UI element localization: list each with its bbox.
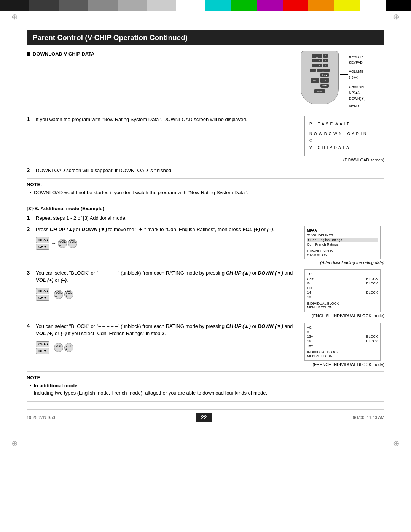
note2-bullet: • In additional mode Including two types… — [27, 382, 384, 397]
section2-step4-left: 4 You can select "BLOCK" or "– – – – –" … — [27, 323, 298, 356]
arrow-step2: → — [51, 240, 56, 246]
remote-vol-btn: VOL — [311, 78, 319, 83]
remote-chv-btn: CH▼ — [320, 84, 329, 88]
section2-step3-left: 3 You can select "BLOCK" or "– – – – –" … — [27, 269, 298, 303]
remote-num-row-3: 7 8 9 — [312, 64, 328, 67]
reg-mark-left-bottom: ⊕ — [11, 439, 18, 448]
label-line-2 — [340, 74, 348, 75]
vol-buttons-step3: VOL– VOL+ — [54, 290, 73, 299]
french-block-footer: INDIVIDUAL BLOCK — [307, 350, 378, 354]
french-row-16: 16+BLOCK — [307, 339, 378, 343]
remote-num-row-2: 4 5 6 — [312, 59, 328, 62]
remote-small-step4: CHA▲ CH▼ VOL– VOL+ — [36, 341, 298, 354]
block-row-c8: C8+BLOCK — [307, 276, 378, 281]
french-row-g: +G—— — [307, 325, 378, 330]
remote-label-channel: CHANNELUP(▲)/DOWN(▼) — [340, 84, 365, 102]
section2-step3: 3 You can select "BLOCK" or "– – – – –" … — [27, 269, 298, 284]
english-block-box: +C C8+BLOCK GBLOCK PG 14+BLOCK 18+ INDIV… — [304, 269, 381, 312]
ch-buttons-step4: CHA▲ CH▼ — [36, 341, 49, 354]
reg-mark-right-bottom: ⊕ — [393, 439, 400, 448]
footer-page-number-box: 22 — [196, 413, 212, 422]
remote-btn-6: 6 — [323, 59, 328, 62]
vol-plus-step3: VOL+ — [64, 290, 73, 299]
remote-btn-9: 9 — [323, 64, 328, 67]
remote-btn-5: 5 — [317, 59, 322, 62]
section-divider-1 — [27, 178, 384, 179]
remote-big-row: VOL CHA▲ VOL CH▼ — [311, 73, 329, 88]
section-bullet-icon — [27, 52, 30, 56]
footer-timestamp: 6/1/00, 11:43 AM — [353, 415, 384, 420]
chv-btn-step2: CH▼ — [36, 244, 49, 250]
block-row-14: 14+BLOCK — [307, 290, 378, 295]
block-row-g: GBLOCK — [307, 281, 378, 286]
remote-menu-btn: MENU — [314, 89, 325, 93]
remote-btn-playback1 — [310, 69, 316, 72]
color-block-black2 — [386, 0, 411, 11]
french-row-8: 8+—— — [307, 330, 378, 334]
page-content: Parent Control (V-CHIP Operation Continu… — [0, 23, 411, 437]
section-divider-3 — [27, 371, 384, 372]
section2-step2: 2 Press CH UP (▲) or DOWN (▼) to move th… — [27, 226, 298, 233]
color-block-yellow — [334, 0, 360, 11]
remote-num-row-1: 1 2 3 — [312, 54, 328, 58]
step1-section: 1 If you watch the program with "New Rat… — [27, 116, 384, 162]
section-download-right: 1 2 3 4 5 6 7 8 9 — [301, 51, 384, 110]
rating-item-tv: TV GUIDELINES — [307, 233, 378, 238]
reg-mark-left-top: ⊕ — [11, 12, 18, 21]
ch-buttons-step3: CHA▲ CH▼ — [36, 288, 49, 301]
color-block-4 — [88, 0, 117, 11]
remote-btn-7: 7 — [312, 64, 317, 67]
remote-cha-btn: CHA▲ — [320, 73, 329, 77]
english-block-footer: INDIVIDUAL BLOCK — [307, 302, 378, 305]
bottom-registration: ⊕ ⊕ — [0, 437, 411, 449]
top-bar-left — [0, 0, 206, 11]
section-header-download: DOWNLOAD V-CHIP DATA — [27, 51, 293, 57]
section-download: DOWNLOAD V-CHIP DATA 1 2 3 4 5 6 — [27, 51, 384, 110]
rating-status: DOWNLOAD:ON STATUS :ON — [307, 249, 378, 257]
color-block-7 — [176, 0, 206, 11]
remote-playback-row — [310, 69, 330, 72]
block-row-pg: PG — [307, 286, 378, 290]
step1-right: P L E A S E W A I T N O W D O W N L O A … — [304, 116, 384, 162]
color-block-red — [283, 0, 309, 11]
color-block-2 — [29, 0, 59, 11]
color-block-orange — [308, 0, 334, 11]
remote-btn-8: 8 — [317, 64, 322, 67]
section2-step4-right: +G—— 8+—— 13+BLOCK 16+BLOCK 18+—— INDIVI… — [304, 323, 384, 367]
french-row-13: 13+BLOCK — [307, 334, 378, 339]
step1: 1 If you watch the program with "New Rat… — [27, 116, 298, 123]
remote-label-list: REMOTEKEYPAD VOLUME(+)/(–) CHANNELUP(▲)/… — [340, 54, 365, 110]
reg-mark-right-top: ⊕ — [393, 12, 400, 21]
cha-btn-step4: CHA▲ — [36, 341, 49, 347]
french-row-18: 18+—— — [307, 343, 378, 348]
vol-buttons-step2: VOL– VOL+ — [58, 239, 77, 248]
section2-step2-right: MPAA TV GUIDELINES ✦Cdn. English Ratings… — [304, 226, 384, 265]
color-block-3 — [59, 0, 88, 11]
section2-step3-row: 3 You can select "BLOCK" or "– – – – –" … — [27, 269, 384, 318]
block-row-c: +C — [307, 272, 378, 276]
color-block-white — [360, 0, 386, 11]
rating-item-cdn-fr: Cdn. French Ratings — [307, 242, 378, 247]
cha-btn-step3: CHA▲ — [36, 288, 49, 294]
page-title: Parent Control (V-CHIP Operation Continu… — [27, 30, 384, 45]
note1-section: NOTE: • DOWNLOAD would not be started if… — [27, 182, 384, 197]
remote-small-step2: CHA▲ CH▼ → VOL– VOL+ — [36, 237, 298, 250]
remote-btn-playback2 — [317, 69, 323, 72]
note1-bullet: • DOWNLOAD would not be started if you d… — [27, 189, 384, 197]
section-download-left: DOWNLOAD V-CHIP DATA — [27, 51, 293, 60]
vol-plus-step4: VOL+ — [64, 343, 73, 352]
note2-section: NOTE: • In additional mode Including two… — [27, 375, 384, 397]
page-footer: 19-25 27N-S50 22 6/1/00, 11:43 AM — [27, 409, 384, 422]
vol-minus-step2: VOL– — [58, 239, 67, 248]
remote-btn-4: 4 — [312, 59, 317, 62]
color-block-magenta — [257, 0, 283, 11]
rating-diagram: MPAA TV GUIDELINES ✦Cdn. English Ratings… — [304, 226, 381, 259]
top-registration: ⊕ ⊕ — [0, 11, 411, 23]
rating-item-cdn-eng: ✦Cdn. English Ratings — [307, 238, 378, 242]
label-line-1 — [340, 60, 348, 60]
section2-step4-row: 4 You can select "BLOCK" or "– – – – –" … — [27, 323, 384, 367]
section-divider-2 — [27, 201, 384, 201]
section2-step2-row: 2 Press CH UP (▲) or DOWN (▼) to move th… — [27, 226, 384, 265]
label-line-3 — [340, 93, 348, 93]
color-block-green — [231, 0, 257, 11]
